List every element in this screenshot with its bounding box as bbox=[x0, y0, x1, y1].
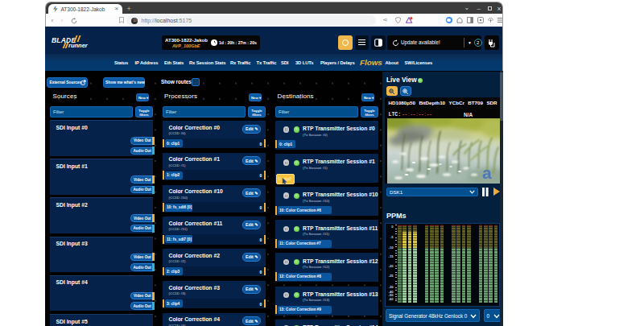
svg-text:a: a bbox=[482, 163, 492, 182]
